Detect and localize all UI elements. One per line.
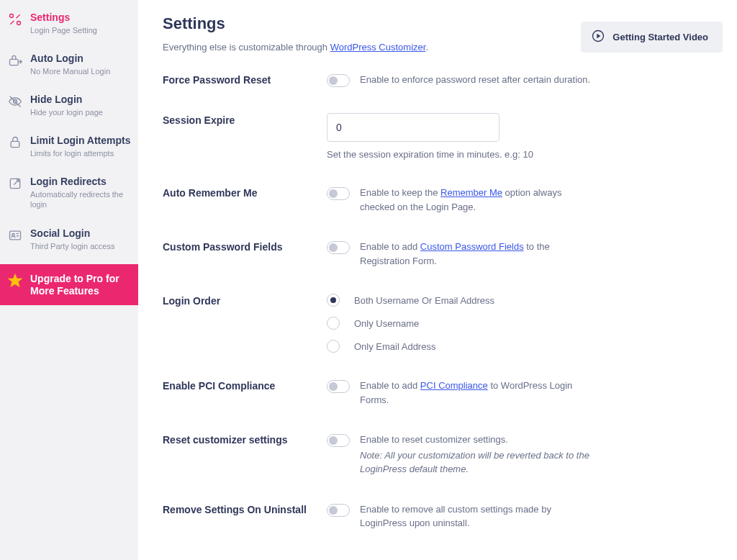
sidebar-item-title: Login Redirects bbox=[30, 176, 131, 188]
input-session-expire[interactable] bbox=[327, 113, 499, 142]
sidebar-item-sub: Login Page Setting bbox=[30, 25, 97, 35]
desc-remove-uninstall: Enable to remove all custom settings mad… bbox=[360, 502, 597, 530]
sidebar-item-title: Limit Login Attempts bbox=[30, 135, 130, 147]
desc-auto-remember: Enable to keep the Remember Me option al… bbox=[360, 186, 597, 214]
row-pci: Enable PCI Compliance Enable to add PCI … bbox=[163, 379, 717, 407]
row-login-order: Login Order Both Username Or Email Addre… bbox=[163, 294, 717, 353]
radio-label: Only Email Address bbox=[354, 341, 435, 352]
desc-custom-password: Enable to add Custom Password Fields to … bbox=[360, 240, 597, 268]
redirects-icon bbox=[7, 176, 23, 191]
desc-text: Enable to reset customizer settings. bbox=[360, 434, 508, 445]
social-login-icon bbox=[7, 227, 23, 243]
auto-login-icon bbox=[7, 53, 23, 68]
row-force-password: Force Password Reset Enable to enforce p… bbox=[163, 73, 717, 87]
label-auto-remember: Auto Remember Me bbox=[163, 186, 327, 199]
sidebar-item-title: Social Login bbox=[30, 227, 114, 240]
row-custom-password: Custom Password Fields Enable to add Cus… bbox=[163, 240, 717, 268]
sidebar-item-settings[interactable]: Settings Login Page Setting bbox=[0, 3, 138, 44]
sidebar-item-social-login[interactable]: Social Login Third Party login access bbox=[0, 219, 138, 260]
pci-compliance-link[interactable]: PCI Compliance bbox=[420, 380, 488, 391]
svg-rect-2 bbox=[10, 59, 19, 65]
desc-pci: Enable to add PCI Compliance to WordPres… bbox=[360, 379, 597, 407]
star-icon bbox=[7, 273, 23, 289]
video-button-label: Getting Started Video bbox=[612, 32, 708, 42]
sidebar-item-sub: No More Manual Login bbox=[30, 66, 110, 76]
sidebar-item-sub: Hide your login page bbox=[30, 107, 103, 117]
sidebar: Settings Login Page Setting Auto Login N… bbox=[0, 0, 138, 560]
intro-after: . bbox=[425, 42, 428, 53]
getting-started-video-button[interactable]: Getting Started Video bbox=[581, 22, 723, 53]
label-remove-uninstall: Remove Settings On Uninstall bbox=[163, 502, 327, 515]
sidebar-item-title: Upgrade to Pro for More Features bbox=[30, 273, 131, 297]
play-circle-icon bbox=[591, 29, 605, 45]
main-content: Getting Started Video Settings Everythin… bbox=[138, 0, 737, 560]
hide-login-icon bbox=[7, 94, 23, 109]
label-login-order: Login Order bbox=[163, 294, 327, 307]
toggle-custom-password[interactable] bbox=[327, 241, 350, 254]
row-remove-uninstall: Remove Settings On Uninstall Enable to r… bbox=[163, 502, 717, 530]
label-pci: Enable PCI Compliance bbox=[163, 379, 327, 392]
svg-point-0 bbox=[10, 14, 14, 18]
row-reset-customizer: Reset customizer settings Enable to rese… bbox=[163, 433, 717, 477]
toggle-reset-customizer[interactable] bbox=[327, 434, 350, 447]
label-custom-password: Custom Password Fields bbox=[163, 240, 327, 253]
radio-login-order-both[interactable]: Both Username Or Email Address bbox=[327, 294, 717, 307]
toggle-pci[interactable] bbox=[327, 380, 350, 393]
desc-before: Enable to add bbox=[360, 380, 420, 391]
radio-login-order-username[interactable]: Only Username bbox=[327, 317, 717, 330]
sidebar-item-sub: Automatically redirects the login bbox=[30, 189, 131, 210]
svg-point-1 bbox=[17, 22, 21, 25]
svg-rect-5 bbox=[11, 142, 19, 148]
toggle-force-password[interactable] bbox=[327, 74, 350, 87]
desc-reset-customizer: Enable to reset customizer settings. Not… bbox=[360, 433, 597, 477]
svg-rect-7 bbox=[10, 231, 21, 240]
sidebar-item-auto-login[interactable]: Auto Login No More Manual Login bbox=[0, 44, 138, 85]
row-auto-remember: Auto Remember Me Enable to keep the Reme… bbox=[163, 186, 717, 214]
sidebar-item-sub: Third Party login access bbox=[30, 241, 114, 251]
svg-marker-11 bbox=[9, 275, 22, 286]
remember-me-link[interactable]: Remember Me bbox=[440, 187, 502, 198]
desc-note: Note: All your customization will be rev… bbox=[360, 448, 597, 477]
radio-label: Both Username Or Email Address bbox=[354, 295, 494, 306]
radio-label: Only Username bbox=[354, 318, 419, 329]
sidebar-item-title: Hide Login bbox=[30, 94, 103, 106]
sidebar-item-sub: Limits for login attempts bbox=[30, 148, 130, 158]
desc-force-password: Enable to enforce password reset after c… bbox=[360, 73, 590, 87]
label-session-expire: Session Expire bbox=[163, 113, 327, 126]
svg-marker-13 bbox=[597, 34, 601, 39]
settings-icon bbox=[7, 12, 23, 27]
toggle-remove-uninstall[interactable] bbox=[327, 504, 350, 517]
toggle-auto-remember[interactable] bbox=[327, 187, 350, 200]
sidebar-item-title: Auto Login bbox=[30, 53, 110, 65]
row-session-expire: Session Expire Set the session expiratio… bbox=[163, 113, 717, 160]
wordpress-customizer-link[interactable]: WordPress Customizer bbox=[330, 42, 426, 53]
intro-before: Everything else is customizable through bbox=[163, 42, 330, 53]
label-reset-customizer: Reset customizer settings bbox=[163, 433, 327, 446]
label-force-password: Force Password Reset bbox=[163, 73, 327, 86]
limit-login-icon bbox=[7, 135, 23, 150]
radio-circle-icon bbox=[327, 294, 340, 307]
radio-circle-icon bbox=[327, 340, 340, 353]
sidebar-item-title: Settings bbox=[30, 12, 97, 24]
sidebar-item-login-redirects[interactable]: Login Redirects Automatically redirects … bbox=[0, 167, 138, 218]
sidebar-item-hide-login[interactable]: Hide Login Hide your login page bbox=[0, 85, 138, 126]
sidebar-item-upgrade[interactable]: Upgrade to Pro for More Features bbox=[0, 264, 138, 306]
desc-before: Enable to keep the bbox=[360, 187, 440, 198]
desc-before: Enable to add bbox=[360, 241, 420, 252]
sidebar-item-limit-login[interactable]: Limit Login Attempts Limits for login at… bbox=[0, 126, 138, 167]
radio-login-order-email[interactable]: Only Email Address bbox=[327, 340, 717, 353]
helper-session-expire: Set the session expiration time in minut… bbox=[327, 149, 717, 160]
radio-circle-icon bbox=[327, 317, 340, 330]
custom-password-fields-link[interactable]: Custom Password Fields bbox=[420, 241, 524, 252]
